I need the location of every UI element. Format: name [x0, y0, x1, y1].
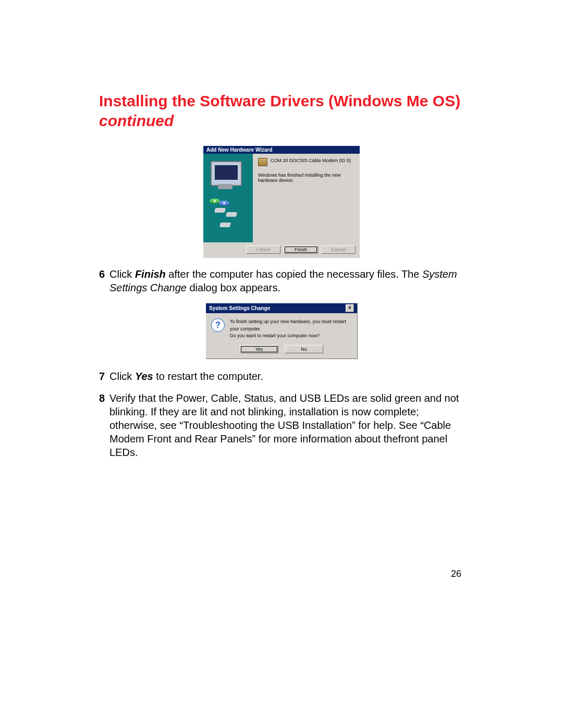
question-icon: ? — [211, 318, 225, 332]
dialog-button-row: Yes No — [206, 342, 357, 359]
device-icon — [258, 158, 267, 166]
monitor-base-icon — [218, 184, 232, 189]
text: after the computer has copied the necess… — [166, 268, 422, 280]
step-8: 8 Verify that the Power, Cable, Status, … — [99, 391, 464, 459]
step-number: 7 — [99, 369, 109, 383]
dialog-body: ? To finish setting up your new hardware… — [206, 313, 357, 342]
step-7: 7 Click Yes to restart the computer. — [99, 369, 464, 383]
wizard-sidebar — [203, 154, 253, 242]
disc-icon — [210, 199, 220, 204]
heading-title: Installing the Software Drivers (Windows… — [99, 92, 460, 109]
heading-continued: continued — [99, 112, 174, 129]
text: Click — [109, 268, 135, 280]
wizard-titlebar: Add New Hardware Wizard — [203, 146, 360, 154]
close-icon[interactable]: × — [346, 304, 354, 312]
text: dialog box appears. — [187, 282, 280, 293]
card-icon — [214, 208, 226, 213]
page-heading: Installing the Software Drivers (Windows… — [99, 91, 464, 130]
dialog-line-2: Do you want to restart your computer now… — [230, 332, 352, 340]
card-icon — [219, 223, 231, 227]
step-text: Click Finish after the computer has copi… — [109, 267, 464, 294]
page-number: 26 — [451, 569, 461, 579]
step-number: 6 — [99, 267, 109, 294]
step-6: 6 Click Finish after the computer has co… — [99, 267, 464, 294]
wizard-body: COM 20 DOCSIS Cable Modem (ID 5) Windows… — [203, 154, 360, 242]
wizard-content: COM 20 DOCSIS Cable Modem (ID 5) Windows… — [253, 154, 360, 242]
back-button[interactable]: < Back — [246, 245, 280, 254]
wizard-screenshot: Add New Hardware Wizard COM 20 DOCSIS Ca… — [203, 146, 360, 258]
dialog-line-1: To finish setting up your new hardware, … — [230, 318, 352, 332]
finish-button[interactable]: Finish — [284, 245, 318, 254]
dialog-titlebar: System Settings Change × — [206, 303, 357, 313]
no-button[interactable]: No — [285, 345, 323, 353]
step-text: Verify that the Power, Cable, Status, an… — [109, 391, 464, 459]
dialog-message: To finish setting up your new hardware, … — [230, 318, 352, 340]
card-icon — [226, 212, 237, 217]
step-text: Click Yes to restart the computer. — [109, 369, 464, 383]
wizard-button-row: < Back Finish Cancel — [203, 242, 360, 258]
yes-button[interactable]: Yes — [240, 345, 278, 353]
document-page: Installing the Software Drivers (Windows… — [0, 0, 563, 728]
step-number: 8 — [99, 391, 109, 459]
wizard-device-name: COM 20 DOCSIS Cable Modem (ID 5) — [271, 158, 351, 163]
restart-dialog-screenshot: System Settings Change × ? To finish set… — [205, 303, 358, 359]
text: to restart the computer. — [153, 371, 263, 382]
wizard-status-text: Windows has finished installing the new … — [258, 172, 354, 183]
disc-icon — [219, 201, 229, 206]
monitor-icon — [211, 161, 242, 186]
text: Click — [109, 371, 135, 382]
yes-keyword: Yes — [135, 371, 153, 382]
cancel-button[interactable]: Cancel — [321, 245, 356, 254]
dialog-title-text: System Settings Change — [209, 305, 270, 311]
finish-keyword: Finish — [135, 268, 166, 280]
